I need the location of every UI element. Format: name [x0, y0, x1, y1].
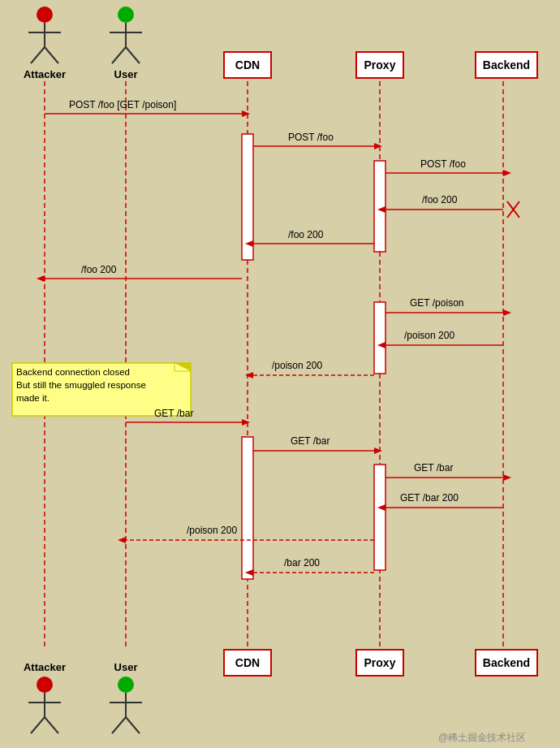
svg-text:But still the smuggled respons: But still the smuggled response [16, 380, 146, 390]
svg-text:Backend connection closed: Backend connection closed [16, 367, 130, 377]
sequence-diagram-svg: POST /foo [GET /poison] POST /foo POST /… [0, 0, 560, 748]
svg-rect-6 [242, 134, 253, 260]
svg-text:User: User [114, 661, 138, 673]
svg-text:/poison 200: /poison 200 [187, 525, 237, 536]
svg-text:User: User [114, 68, 138, 80]
svg-point-65 [37, 6, 53, 23]
svg-rect-10 [374, 465, 386, 570]
svg-rect-7 [374, 161, 386, 252]
diagram: POST /foo [GET /poison] POST /foo POST /… [0, 0, 560, 748]
svg-text:/foo 200: /foo 200 [81, 264, 117, 275]
svg-text:CDN: CDN [235, 656, 260, 669]
svg-text:Backend: Backend [483, 656, 530, 669]
svg-text:CDN: CDN [235, 58, 260, 71]
svg-text:@稀土掘金技术社区: @稀土掘金技术社区 [438, 732, 526, 743]
svg-text:/poison 200: /poison 200 [404, 330, 454, 341]
svg-text:POST /foo: POST /foo [288, 132, 334, 143]
svg-rect-9 [242, 437, 253, 579]
svg-text:POST /foo [GET /poison]: POST /foo [GET /poison] [69, 99, 176, 110]
svg-text:/bar 200: /bar 200 [284, 557, 320, 569]
svg-point-96 [118, 677, 134, 693]
svg-text:/foo 200: /foo 200 [422, 194, 458, 205]
svg-text:GET /poison: GET /poison [410, 297, 463, 309]
svg-text:Attacker: Attacker [24, 661, 66, 673]
svg-text:GET /bar: GET /bar [414, 462, 453, 473]
svg-point-71 [118, 6, 134, 23]
svg-text:Proxy: Proxy [364, 58, 396, 71]
svg-text:POST /foo: POST /foo [420, 158, 466, 170]
svg-text:GET /bar: GET /bar [154, 408, 193, 419]
svg-text:made it.: made it. [16, 393, 50, 403]
svg-text:/foo 200: /foo 200 [288, 229, 324, 240]
svg-text:Proxy: Proxy [364, 656, 396, 669]
svg-rect-8 [374, 302, 386, 374]
svg-point-90 [37, 677, 53, 693]
svg-text:/poison 200: /poison 200 [272, 360, 322, 371]
svg-text:Attacker: Attacker [24, 68, 66, 80]
svg-text:Backend: Backend [483, 58, 530, 71]
svg-text:GET /bar 200: GET /bar 200 [400, 492, 459, 504]
svg-text:GET /bar: GET /bar [291, 435, 330, 447]
